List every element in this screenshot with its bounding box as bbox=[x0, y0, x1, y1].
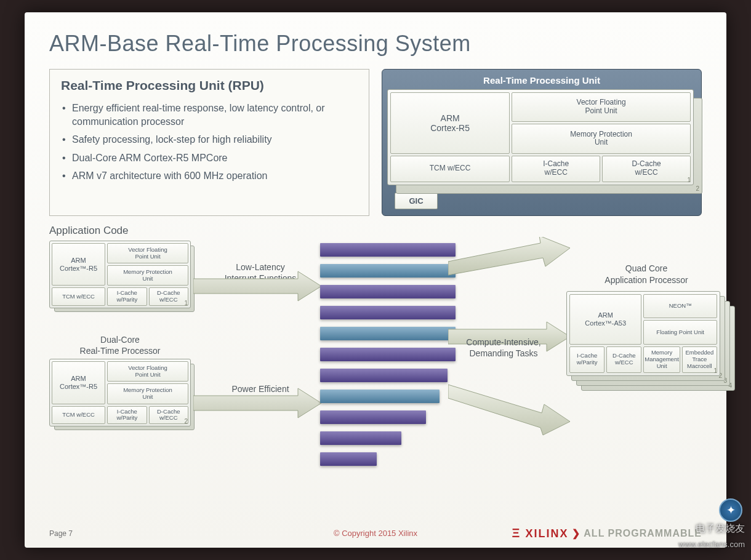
copyright: © Copyright 2015 Xilinx bbox=[334, 529, 417, 538]
slide: ARM-Base Real-Time Processing System Rea… bbox=[25, 12, 726, 548]
rtpu-core-card: ARMCortex-R5 Vector FloatingPoint Unit M… bbox=[387, 89, 694, 185]
cpu-cell: ARMCortex™-A53 bbox=[569, 294, 641, 345]
cpu-cell: ARMCortex™-R5 bbox=[52, 361, 105, 404]
tagline: ❯ ALL PROGRAMMABLE bbox=[572, 527, 702, 539]
rtpu-title: Real-Time Processing Unit bbox=[387, 73, 696, 89]
watermark-url: www.elecfans.com bbox=[678, 540, 745, 549]
footer: Page 7 © Copyright 2015 Xilinx Ξ XILINX … bbox=[49, 526, 702, 540]
low-latency-label: Low-LatencyInterrupt Functions bbox=[214, 262, 307, 284]
core-number: 2 bbox=[184, 418, 188, 425]
tcm-cell: TCM w/ECC bbox=[52, 406, 105, 425]
dcache-cell: D-Cachew/ECC bbox=[149, 406, 188, 425]
bar bbox=[320, 264, 456, 278]
vfpu-cell: Vector FloatingPoint Unit bbox=[107, 243, 188, 263]
bar bbox=[320, 306, 456, 319]
rpu-bullet: Dual-Core ARM Cortex-R5 MPCore bbox=[61, 149, 358, 167]
page-number: Page 7 bbox=[49, 529, 73, 538]
quad-core-label: Quad CoreApplication Processor bbox=[579, 263, 714, 286]
rtpu-diagram: Real-Time Processing Unit 2 ARMCortex-R5… bbox=[382, 69, 702, 216]
rpu-text-box: Real-Time Processing Unit (RPU) Energy e… bbox=[49, 69, 369, 216]
slide-title: ARM-Base Real-Time Processing System bbox=[49, 31, 702, 57]
bar bbox=[320, 390, 440, 403]
icache-cell: I-Cachew/Parity bbox=[569, 346, 604, 373]
cpu-cell: ARMCortex-R5 bbox=[390, 92, 510, 154]
bar bbox=[320, 327, 456, 340]
mpu-cell: Memory ProtectionUnit bbox=[107, 383, 188, 404]
xilinx-logo: Ξ XILINX ❯ ALL PROGRAMMABLE bbox=[512, 526, 702, 540]
bar bbox=[320, 348, 456, 361]
bar bbox=[320, 452, 377, 466]
bar bbox=[320, 431, 401, 445]
icache-cell: I-Cachew/Parity bbox=[107, 287, 147, 306]
cpu-cell: ARMCortex™-R5 bbox=[52, 243, 105, 286]
quad-core-card: ARMCortex™-A53 NEON™ Floating Point Unit… bbox=[566, 291, 720, 376]
lower-flow: Application Code ARMCortex™-R5 Vector Fl… bbox=[49, 225, 702, 514]
compute-intensive-label: Compute-Intensive,Demanding Tasks bbox=[448, 337, 559, 359]
application-code-label: Application Code bbox=[49, 225, 129, 237]
watermark-logo-icon: ✦ bbox=[719, 498, 742, 522]
etm-cell: EmbeddedTraceMacrocell bbox=[682, 346, 717, 373]
vfpu-cell: Vector FloatingPoint Unit bbox=[512, 92, 691, 122]
bar bbox=[320, 369, 448, 382]
bar bbox=[320, 285, 456, 298]
rpu-bullets: Energy efficient real-time response, low… bbox=[61, 99, 358, 185]
fpu-cell: Floating Point Unit bbox=[643, 320, 717, 344]
bar bbox=[320, 243, 456, 257]
mmu-cell: MemoryManagementUnit bbox=[643, 346, 680, 373]
core-number: 1 bbox=[184, 300, 188, 306]
tcm-cell: TCM w/ECC bbox=[52, 287, 105, 306]
rpu-bullet: Safety processing, lock-step for high re… bbox=[61, 130, 358, 149]
core-number: 1 bbox=[687, 177, 691, 183]
watermark-cn: 电子发烧友 bbox=[696, 522, 745, 535]
neon-cell: NEON™ bbox=[643, 294, 717, 318]
rpu-bullet: Energy efficient real-time response, low… bbox=[61, 99, 358, 130]
quad-core-block: 4 3 2 ARMCortex™-A53 NEON™ Floating Poin… bbox=[566, 291, 720, 376]
dcache-cell: D-Cachew/ECC bbox=[149, 287, 188, 306]
tcm-cell: TCM w/ECC bbox=[390, 156, 510, 182]
icache-cell: I-Cachew/Parity bbox=[107, 406, 147, 425]
mpu-cell: Memory ProtectionUnit bbox=[107, 265, 188, 286]
rtpu-core-stack: 2 ARMCortex-R5 Vector FloatingPoint Unit… bbox=[387, 89, 696, 188]
dcache-cell: D-Cachew/ECC bbox=[602, 156, 691, 182]
xilinx-logo-icon: Ξ XILINX bbox=[512, 526, 569, 540]
mini-core-bottom-wrap: Dual-CoreReal-Time Processor ARMCortex™-… bbox=[49, 334, 191, 426]
dcache-cell: D-Cachew/ECC bbox=[606, 346, 641, 373]
mpu-cell: Memory ProtectionUnit bbox=[512, 124, 691, 153]
gic-block: GIC bbox=[395, 193, 438, 209]
task-bars bbox=[320, 243, 456, 473]
vfpu-cell: Vector FloatingPoint Unit bbox=[107, 361, 188, 382]
rtpu-outer: Real-Time Processing Unit 2 ARMCortex-R5… bbox=[382, 69, 702, 216]
core-number: 2 bbox=[696, 185, 699, 192]
upper-row: Real-Time Processing Unit (RPU) Energy e… bbox=[49, 69, 702, 216]
icache-cell: I-Cachew/ECC bbox=[512, 156, 600, 182]
rpu-heading: Real-Time Processing Unit (RPU) bbox=[61, 78, 358, 93]
mini-core-top: ARMCortex™-R5 Vector FloatingPoint Unit … bbox=[49, 241, 191, 308]
mini-core-bottom: ARMCortex™-R5 Vector FloatingPoint Unit … bbox=[49, 359, 191, 426]
dual-core-label: Dual-CoreReal-Time Processor bbox=[49, 334, 191, 356]
core-number: 1 bbox=[713, 367, 717, 374]
power-efficient-label: Power EfficientOff-Load Functions bbox=[214, 383, 307, 406]
rpu-bullet: ARM v7 architecture with 600 MHz operati… bbox=[61, 167, 358, 185]
bar bbox=[320, 410, 426, 424]
